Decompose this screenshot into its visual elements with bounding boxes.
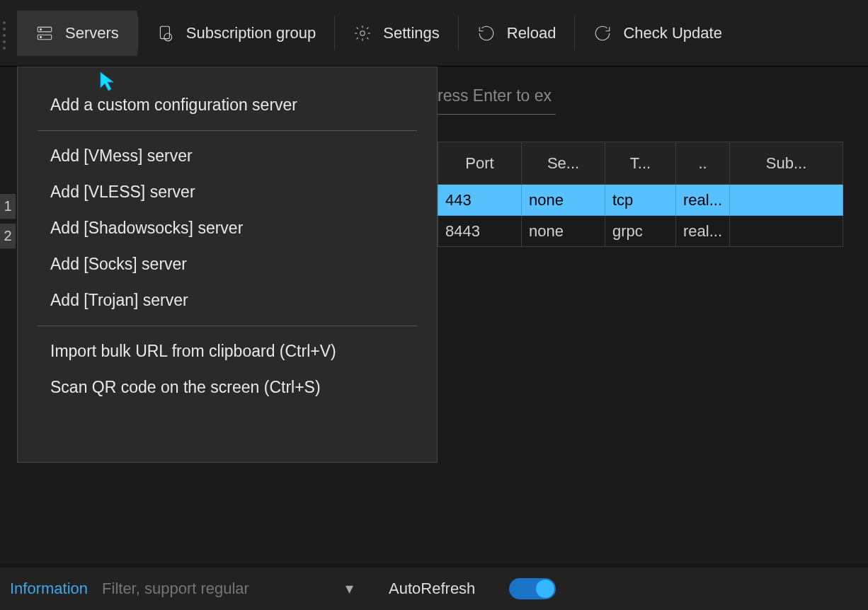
cell-transport: tcp [605, 185, 676, 216]
menu-add-custom[interactable]: Add a custom configuration server [18, 87, 437, 123]
col-security[interactable]: Se... [522, 142, 605, 185]
autorefresh-toggle[interactable] [509, 578, 556, 599]
filter-input[interactable] [102, 580, 336, 598]
menu-add-shadowsocks[interactable]: Add [Shadowsocks] server [18, 210, 437, 246]
menu-separator [38, 130, 417, 131]
window-drag-handle[interactable] [3, 21, 8, 50]
filter-dropdown-caret[interactable]: ▾ [346, 580, 353, 598]
table-row[interactable]: 443 none tcp real... [438, 185, 843, 216]
col-tls[interactable]: .. [676, 142, 730, 185]
cell-sub [730, 185, 843, 216]
gear-icon [353, 24, 372, 42]
menu-add-vmess[interactable]: Add [VMess] server [18, 138, 437, 174]
toggle-knob [536, 580, 554, 598]
servers-table: Port Se... T... .. Sub... 443 none tcp r… [438, 142, 843, 247]
servers-label: Servers [65, 24, 119, 42]
autorefresh-label: AutoRefresh [389, 580, 475, 598]
subscription-group-button[interactable]: Subscription group [138, 11, 334, 56]
menu-add-trojan[interactable]: Add [Trojan] server [18, 282, 437, 318]
svg-point-6 [360, 30, 365, 35]
subscription-group-label: Subscription group [186, 24, 316, 42]
menu-import-clipboard[interactable]: Import bulk URL from clipboard (Ctrl+V) [18, 333, 437, 369]
cell-port: 443 [438, 185, 522, 216]
svg-point-2 [40, 28, 42, 30]
cell-sub [730, 216, 843, 247]
menu-scan-qr[interactable]: Scan QR code on the screen (Ctrl+S) [18, 369, 437, 405]
col-port[interactable]: Port [438, 142, 522, 185]
col-sub[interactable]: Sub... [730, 142, 843, 185]
cell-security: none [522, 185, 605, 216]
main-toolbar: Servers Subscription group Settings Relo… [0, 0, 868, 67]
reload-icon [477, 24, 496, 42]
menu-add-socks[interactable]: Add [Socks] server [18, 246, 437, 282]
reload-label: Reload [507, 24, 556, 42]
cell-tls: real... [676, 185, 730, 216]
servers-menu-button[interactable]: Servers [17, 11, 137, 56]
menu-add-vless[interactable]: Add [VLESS] server [18, 174, 437, 210]
cell-tls: real... [676, 216, 730, 247]
update-icon [593, 24, 612, 42]
subscription-icon [156, 24, 175, 42]
information-tab[interactable]: Information [10, 580, 88, 598]
check-update-button[interactable]: Check Update [575, 11, 740, 56]
cell-security: none [522, 216, 605, 247]
svg-point-5 [164, 33, 172, 41]
row-index[interactable]: 1 [0, 194, 16, 219]
settings-button[interactable]: Settings [335, 11, 458, 56]
table-header-row: Port Se... T... .. Sub... [438, 142, 843, 185]
menu-separator [38, 326, 417, 326]
status-bar: Information ▾ AutoRefresh [0, 563, 868, 610]
settings-label: Settings [383, 24, 440, 42]
search-input[interactable]: ress Enter to ex [438, 86, 556, 115]
servers-dropdown-menu: Add a custom configuration server Add [V… [17, 67, 438, 463]
cell-transport: grpc [605, 216, 676, 247]
row-index[interactable]: 2 [0, 224, 16, 249]
table-row[interactable]: 8443 none grpc real... [438, 216, 843, 247]
col-transport[interactable]: T... [605, 142, 676, 185]
svg-point-3 [40, 36, 42, 38]
servers-icon [35, 24, 54, 42]
svg-rect-4 [160, 26, 169, 38]
cell-port: 8443 [438, 216, 522, 247]
reload-button[interactable]: Reload [459, 11, 575, 56]
check-update-label: Check Update [623, 24, 721, 42]
